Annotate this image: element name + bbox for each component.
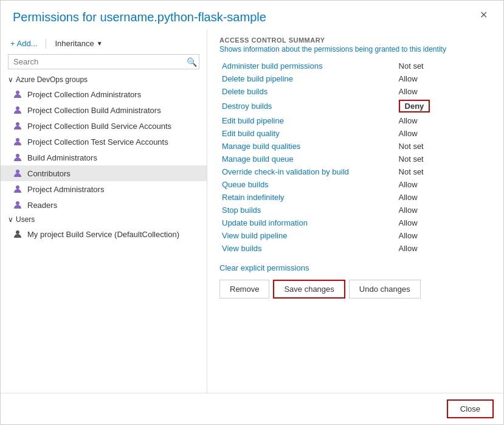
user-item-label: My project Build Service (DefaultCollect… — [27, 230, 179, 239]
group-item-label: Project Administrators — [27, 185, 104, 194]
permission-name[interactable]: Manage build queue — [219, 153, 396, 165]
permission-name[interactable]: Retain indefinitely — [219, 191, 396, 204]
action-buttons: Remove Save changes Undo changes — [219, 280, 491, 299]
groups-chevron-icon: ∨ — [8, 75, 13, 84]
list-item[interactable]: Project Collection Test Service Accounts — [1, 134, 207, 150]
search-box: 🔍 — [8, 54, 199, 69]
permission-value: Allow — [396, 114, 491, 127]
svg-point-1 — [16, 106, 19, 110]
permission-value: Not set — [396, 153, 491, 165]
group-item-label: Project Collection Build Administrators — [27, 106, 161, 115]
users-section-header[interactable]: ∨ Users — [1, 213, 207, 226]
list-item[interactable]: Project Collection Build Administrators — [1, 102, 207, 118]
azure-devops-groups-header[interactable]: ∨ Azure DevOps groups — [1, 73, 207, 86]
group-icon — [13, 168, 22, 178]
list-item[interactable]: Project Collection Administrators — [1, 86, 207, 102]
list-item[interactable]: Readers — [1, 197, 207, 213]
undo-changes-button[interactable]: Undo changes — [349, 280, 421, 299]
search-icon[interactable]: 🔍 — [187, 57, 197, 67]
inheritance-label: Inheritance — [55, 39, 94, 48]
svg-point-8 — [16, 230, 19, 234]
chevron-down-icon: ▼ — [97, 40, 103, 47]
dialog-close-x-button[interactable]: ✕ — [476, 8, 491, 22]
list-item[interactable]: Project Collection Build Service Account… — [1, 118, 207, 134]
permission-value-deny: Deny — [396, 98, 491, 114]
permissions-dialog: Permissions for username.python-flask-sa… — [0, 0, 504, 425]
group-icon — [13, 184, 22, 194]
table-row: Delete build pipeline Allow — [219, 72, 491, 85]
permission-value: Allow — [396, 85, 491, 98]
permission-name[interactable]: Delete builds — [219, 85, 396, 98]
groups-list: Project Collection Administrators Projec… — [1, 86, 207, 213]
svg-point-0 — [16, 91, 19, 94]
permission-name[interactable]: View builds — [219, 242, 396, 255]
svg-point-2 — [16, 122, 19, 126]
toolbar: + Add... Inheritance ▼ — [1, 35, 207, 54]
inheritance-button[interactable]: Inheritance ▼ — [52, 38, 105, 49]
table-row: Delete builds Allow — [219, 85, 491, 98]
list-item[interactable]: Project Administrators — [1, 181, 207, 197]
permission-name[interactable]: Override check-in validation by build — [219, 165, 396, 178]
permission-name[interactable]: Stop builds — [219, 204, 396, 216]
permission-value: Allow — [396, 127, 491, 140]
list-item-contributors[interactable]: Contributors — [1, 165, 207, 181]
permission-name[interactable]: Administer build permissions — [219, 60, 396, 72]
permission-value: Allow — [396, 216, 491, 229]
permission-value: Allow — [396, 229, 491, 242]
group-item-label: Readers — [27, 201, 57, 210]
group-item-label: Project Collection Build Service Account… — [27, 122, 171, 131]
acs-title: ACCESS CONTROL SUMMARY — [219, 36, 491, 44]
table-row: Edit build pipeline Allow — [219, 114, 491, 127]
permission-name[interactable]: Destroy builds — [219, 98, 396, 114]
group-item-label: Build Administrators — [27, 153, 97, 162]
remove-button[interactable]: Remove — [219, 280, 269, 299]
users-list: My project Build Service (DefaultCollect… — [1, 226, 207, 242]
group-icon — [13, 105, 22, 115]
dialog-body: + Add... Inheritance ▼ 🔍 ∨ Azure DevOps … — [1, 29, 503, 393]
table-row: Retain indefinitely Allow — [219, 191, 491, 204]
table-row: Administer build permissions Not set — [219, 60, 491, 72]
group-icon — [13, 153, 22, 162]
permission-value: Allow — [396, 191, 491, 204]
list-item[interactable]: Build Administrators — [1, 150, 207, 165]
save-changes-button[interactable]: Save changes — [273, 280, 345, 299]
permission-name[interactable]: View build pipeline — [219, 229, 396, 242]
table-row: Destroy builds Deny — [219, 98, 491, 114]
list-item[interactable]: My project Build Service (DefaultCollect… — [1, 226, 207, 242]
permission-value: Allow — [396, 178, 491, 191]
permission-value: Not set — [396, 60, 491, 72]
left-panel: + Add... Inheritance ▼ 🔍 ∨ Azure DevOps … — [1, 29, 207, 393]
permission-name[interactable]: Edit build pipeline — [219, 114, 396, 127]
dialog-title: Permissions for username.python-flask-sa… — [13, 10, 266, 24]
permission-name[interactable]: Update build information — [219, 216, 396, 229]
permission-name[interactable]: Manage build qualities — [219, 140, 396, 153]
svg-point-5 — [16, 170, 19, 173]
toolbar-divider — [46, 39, 46, 49]
permission-value: Allow — [396, 242, 491, 255]
permission-value: Not set — [396, 140, 491, 153]
table-row: View build pipeline Allow — [219, 229, 491, 242]
close-button[interactable]: Close — [447, 399, 494, 418]
permission-name[interactable]: Delete build pipeline — [219, 72, 396, 85]
permission-value: Not set — [396, 165, 491, 178]
table-row: Manage build qualities Not set — [219, 140, 491, 153]
svg-point-6 — [16, 185, 19, 189]
dialog-header: Permissions for username.python-flask-sa… — [1, 1, 503, 29]
group-icon — [13, 137, 22, 147]
group-item-label: Project Collection Administrators — [27, 90, 141, 99]
add-button[interactable]: + Add... — [8, 38, 40, 49]
table-row: Queue builds Allow — [219, 178, 491, 191]
title-static: Permissions for — [13, 10, 100, 24]
svg-point-4 — [16, 154, 19, 157]
clear-explicit-permissions-link[interactable]: Clear explicit permissions — [219, 263, 491, 272]
table-row: Override check-in validation by build No… — [219, 165, 491, 178]
permission-name[interactable]: Queue builds — [219, 178, 396, 191]
svg-point-3 — [16, 138, 19, 142]
user-icon — [13, 229, 22, 239]
group-item-label: Project Collection Test Service Accounts — [27, 137, 168, 147]
group-icon — [13, 121, 22, 131]
permission-value: Allow — [396, 72, 491, 85]
search-input[interactable] — [8, 54, 199, 69]
svg-point-7 — [16, 201, 19, 205]
permission-name[interactable]: Edit build quality — [219, 127, 396, 140]
